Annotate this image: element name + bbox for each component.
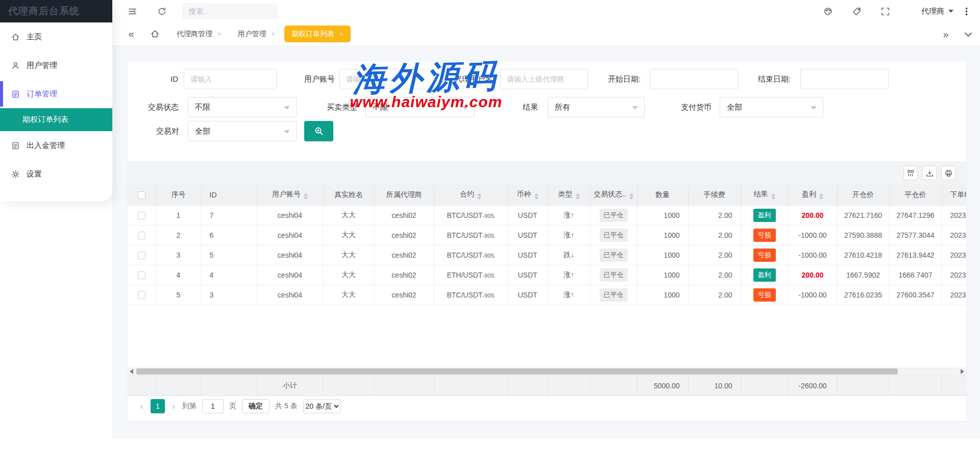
subtotal-row-wrap: 小计5000.0010.00-2600.00 [128,376,966,396]
scrollbar-thumb[interactable] [136,368,898,375]
user-dropdown[interactable]: 代理商 [921,0,953,22]
sort-icon[interactable] [304,193,308,200]
cell-name: 大大 [323,205,374,225]
sidebar-subitem-期权订单列表[interactable]: 期权订单列表 [0,108,112,131]
end-date-input[interactable] [800,69,889,89]
per-page-select[interactable]: 20 条/页 [303,399,341,413]
cell-open_price: 27621.7160 [837,205,889,225]
column-header-label: 盈利 [802,190,816,198]
columns-icon[interactable] [903,166,918,180]
sidebar-item-主页[interactable]: 主页 [0,22,112,51]
id-filter-input[interactable] [184,69,277,89]
cell-result: 盈利 [741,205,788,225]
sort-icon[interactable] [819,193,823,200]
sidebar-item-订单管理[interactable]: 订单管理 [0,80,112,108]
order-icon [11,90,20,98]
currency-value: 全部 [727,103,742,112]
cell-close_price: 27577.3044 [889,225,942,245]
chevron-down-icon [948,10,953,13]
cell-type: 涨↑ [548,285,590,305]
tab-label: 期权订单列表 [291,30,334,39]
tabs-scroll-left-icon[interactable]: « [126,29,137,40]
fold-menu-icon[interactable] [127,6,138,17]
sidebar-subitem-label: 期权订单列表 [22,115,68,125]
column-header-手续费: 手续费 [688,185,741,205]
cell-fee: 2.00 [688,265,741,285]
row-checkbox[interactable] [138,252,145,259]
cell-id: 4 [201,265,257,285]
column-header-币种[interactable]: 币种 [507,185,548,205]
cell-time: 2023 [942,265,966,285]
tab-代理商管理[interactable]: 代理商管理× [169,26,229,42]
column-header-label: 类型 [558,190,573,198]
contract-base: BTC/USDT [447,211,482,219]
expand-icon[interactable] [879,6,891,17]
column-header-合约[interactable]: 合约 [434,185,507,205]
refresh-icon[interactable] [156,6,167,17]
sidebar-item-出入金管理[interactable]: 出入金管理 [0,131,112,160]
column-header-交易状态..[interactable]: 交易状态.. [590,185,637,205]
contract-base: BTC/USDT [447,251,482,259]
side-select[interactable]: 不限 [365,97,475,117]
column-header-盈利[interactable]: 盈利 [788,185,837,205]
trade-status-select[interactable]: 不限 [188,97,297,117]
palette-icon[interactable] [822,6,834,17]
tab-用户管理[interactable]: 用户管理× [231,26,283,42]
scroll-right-arrow-icon[interactable] [961,369,964,374]
start-date-input[interactable] [650,69,738,89]
kebab-icon[interactable] [961,6,972,17]
currency-select[interactable]: 全部 [720,97,823,117]
sidebar-item-设置[interactable]: 设置 [0,160,112,188]
result-select[interactable]: 所有 [548,97,645,117]
sidebar-item-label: 用户管理 [27,61,57,70]
subtotal-label-cell: 小计 [257,376,323,396]
tab-close-icon[interactable]: × [217,30,222,38]
agent-filter-input[interactable] [500,69,588,89]
cell-result: 亏损 [741,245,788,265]
column-header-用户账号[interactable]: 用户账号 [257,185,323,205]
row-checkbox[interactable] [138,232,145,239]
prev-page-icon[interactable]: ‹ [139,401,145,412]
row-checkbox[interactable] [138,212,145,219]
search-input[interactable] [182,4,277,19]
column-header-类型[interactable]: 类型 [548,185,590,205]
tabs-menu-chevron-down-icon[interactable] [965,30,972,37]
account-filter-input[interactable] [339,69,433,89]
tabs-scroll-right-icon[interactable]: » [940,29,951,40]
print-icon[interactable] [941,166,955,180]
home-tab-icon[interactable] [149,29,160,40]
tab-close-icon[interactable]: × [272,30,276,38]
pair-select[interactable]: 全部 [188,121,297,141]
goto-page-input[interactable] [202,399,224,413]
sort-icon[interactable] [771,193,775,200]
cell-contract: BTC/USDT-90S [434,225,507,245]
column-header-label: 币种 [517,190,531,198]
goto-confirm-button[interactable]: 确定 [242,399,270,413]
cell-profit: -1000.00 [788,245,837,265]
tag-icon[interactable] [851,6,862,17]
cell-contract: BTC/USDT-90S [434,285,507,305]
select-all-checkbox[interactable] [138,191,145,199]
search-button[interactable] [304,121,333,141]
sort-icon[interactable] [629,193,633,200]
subtotal-cell [201,376,257,396]
tab-期权订单列表[interactable]: 期权订单列表× [284,26,351,42]
horizontal-scrollbar[interactable] [128,367,966,376]
row-checkbox[interactable] [138,291,145,299]
sidebar-item-用户管理[interactable]: 用户管理 [0,51,112,80]
sidebar-item-label: 出入金管理 [27,141,65,151]
cell-no: 1 [156,205,201,225]
sort-icon[interactable] [576,193,580,200]
tab-close-icon[interactable]: × [339,30,344,38]
subtotal-cell [741,376,788,396]
sort-icon[interactable] [477,193,481,200]
export-icon[interactable] [922,166,937,180]
current-page-button[interactable]: 1 [151,399,165,413]
cell-time: 2023 [942,245,966,265]
sort-icon[interactable] [534,193,538,200]
row-checkbox[interactable] [138,271,145,279]
cell-time: 2023 [942,225,966,245]
next-page-icon[interactable]: › [170,401,177,412]
column-header-结果[interactable]: 结果 [741,185,788,205]
scroll-left-arrow-icon[interactable] [130,369,133,374]
